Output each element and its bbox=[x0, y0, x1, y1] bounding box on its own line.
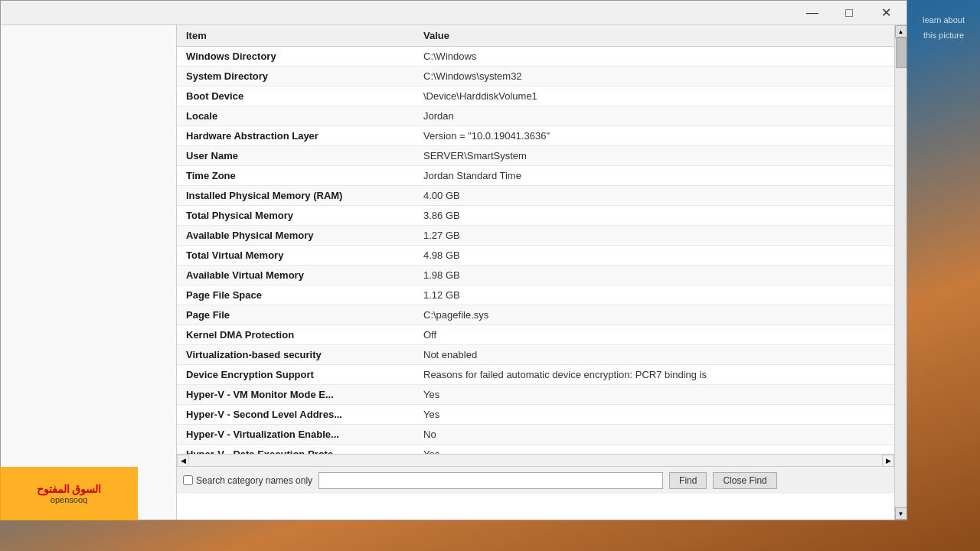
table-cell-item: User Name bbox=[177, 146, 414, 166]
main-scrollbar[interactable]: ▲ ▼ bbox=[894, 25, 906, 520]
table-cell-value: SERVER\SmartSystem bbox=[414, 146, 894, 166]
title-bar: — □ ✕ bbox=[1, 1, 906, 25]
table-cell-value: Reasons for failed automatic device encr… bbox=[414, 365, 894, 385]
scroll-down-button[interactable]: ▼ bbox=[895, 507, 907, 520]
table-cell-value: Off bbox=[414, 325, 894, 345]
scroll-right-arrow[interactable]: ▶ bbox=[882, 455, 894, 467]
table-row: Available Virtual Memory1.98 GB bbox=[177, 266, 894, 285]
main-content: Item Value Windows DirectoryC:\WindowsSy… bbox=[177, 25, 894, 520]
table-cell-item: Hardware Abstraction Layer bbox=[177, 126, 414, 146]
watermark-arabic: السوق المفتوح bbox=[37, 483, 102, 495]
close-button[interactable]: ✕ bbox=[868, 4, 903, 22]
table-body: Windows DirectoryC:\WindowsSystem Direct… bbox=[177, 47, 894, 455]
table-row: Hyper-V - VM Monitor Mode E...Yes bbox=[177, 385, 894, 405]
table-cell-value: Yes bbox=[414, 445, 894, 455]
table-cell-item: System Directory bbox=[177, 67, 414, 86]
scroll-left-arrow[interactable]: ◀ bbox=[177, 455, 189, 467]
table-cell-item: Time Zone bbox=[177, 166, 414, 186]
table-row: Hyper-V - Virtualization Enable...No bbox=[177, 425, 894, 445]
title-bar-buttons: — □ ✕ bbox=[795, 4, 903, 22]
table-row: Installed Physical Memory (RAM)4.00 GB bbox=[177, 186, 894, 206]
watermark: السوق المفتوح opensooq bbox=[0, 467, 138, 520]
table-row: Hyper-V - Second Level Addres...Yes bbox=[177, 405, 894, 425]
maximize-button[interactable]: □ bbox=[831, 4, 867, 22]
table-row: Hardware Abstraction LayerVersion = "10.… bbox=[177, 126, 894, 146]
table-row: Total Virtual Memory4.98 GB bbox=[177, 246, 894, 266]
table-cell-item: Total Physical Memory bbox=[177, 206, 414, 226]
table-row: Page FileC:\pagefile.sys bbox=[177, 305, 894, 325]
table-header-row: Item Value bbox=[177, 25, 894, 47]
table-cell-value: 4.98 GB bbox=[414, 246, 894, 266]
content-area: Item Value Windows DirectoryC:\WindowsSy… bbox=[1, 25, 906, 520]
close-find-button[interactable]: Close Find bbox=[713, 472, 776, 489]
table-cell-value: 1.12 GB bbox=[414, 285, 894, 305]
table-cell-item: Locale bbox=[177, 106, 414, 126]
table-row: Hyper-V - Data Execution Prote...Yes bbox=[177, 445, 894, 455]
table-row: Virtualization-based securityNot enabled bbox=[177, 345, 894, 365]
table-cell-value: 4.00 GB bbox=[414, 186, 894, 206]
table-row: LocaleJordan bbox=[177, 106, 894, 126]
table-cell-value: 3.86 GB bbox=[414, 206, 894, 226]
table-row: Time ZoneJordan Standard Time bbox=[177, 166, 894, 186]
table-cell-value: Yes bbox=[414, 405, 894, 425]
watermark-english: opensooq bbox=[51, 495, 87, 504]
table-row: Available Physical Memory1.27 GB bbox=[177, 226, 894, 246]
hscroll-track[interactable] bbox=[189, 455, 882, 466]
table-row: User NameSERVER\SmartSystem bbox=[177, 146, 894, 166]
desktop-text-line2: this picture bbox=[923, 31, 964, 40]
left-panel bbox=[1, 25, 177, 520]
table-cell-item: Page File bbox=[177, 305, 414, 325]
table-cell-value: C:\pagefile.sys bbox=[414, 305, 894, 325]
table-row: Kernel DMA ProtectionOff bbox=[177, 325, 894, 345]
table-row: Device Encryption SupportReasons for fai… bbox=[177, 365, 894, 385]
table-cell-value: 1.98 GB bbox=[414, 266, 894, 285]
table-cell-item: Boot Device bbox=[177, 86, 414, 106]
checkbox-label-text: Search category names only bbox=[196, 475, 312, 486]
minimize-button[interactable]: — bbox=[795, 4, 830, 22]
table-cell-item: Total Virtual Memory bbox=[177, 246, 414, 266]
scroll-thumb-area[interactable] bbox=[895, 37, 906, 507]
table-cell-item: Hyper-V - VM Monitor Mode E... bbox=[177, 385, 414, 405]
table-cell-item: Windows Directory bbox=[177, 47, 414, 67]
table-row: Windows DirectoryC:\Windows bbox=[177, 47, 894, 67]
table-cell-value: Not enabled bbox=[414, 345, 894, 365]
table-row: Page File Space1.12 GB bbox=[177, 285, 894, 305]
column-header-item: Item bbox=[177, 25, 414, 47]
main-window: — □ ✕ Item Value Windows DirectoryC:\Wi bbox=[0, 0, 907, 520]
scroll-thumb bbox=[896, 37, 906, 68]
bottom-bar: Search category names only Find Close Fi… bbox=[177, 466, 894, 494]
table-cell-item: Virtualization-based security bbox=[177, 345, 414, 365]
system-info-table: Item Value Windows DirectoryC:\WindowsSy… bbox=[177, 25, 894, 454]
table-row: System DirectoryC:\Windows\system32 bbox=[177, 67, 894, 86]
table-cell-item: Device Encryption Support bbox=[177, 365, 414, 385]
checkbox-container[interactable]: Search category names only bbox=[183, 475, 312, 486]
table-cell-value: 1.27 GB bbox=[414, 226, 894, 246]
table-cell-item: Kernel DMA Protection bbox=[177, 325, 414, 345]
table-row: Boot Device\Device\HarddiskVolume1 bbox=[177, 86, 894, 106]
table-cell-item: Hyper-V - Data Execution Prote... bbox=[177, 445, 414, 455]
scroll-up-button[interactable]: ▲ bbox=[895, 25, 907, 37]
table-cell-value: Yes bbox=[414, 385, 894, 405]
table-scroll-wrapper[interactable]: Item Value Windows DirectoryC:\WindowsSy… bbox=[177, 25, 894, 454]
table-cell-value: Version = "10.0.19041.3636" bbox=[414, 126, 894, 146]
table-cell-value: Jordan Standard Time bbox=[414, 166, 894, 186]
table-cell-value: C:\Windows bbox=[414, 47, 894, 67]
table-cell-item: Available Virtual Memory bbox=[177, 266, 414, 285]
horizontal-scrollbar[interactable]: ◀ ▶ bbox=[177, 454, 894, 466]
table-row: Total Physical Memory3.86 GB bbox=[177, 206, 894, 226]
table-cell-value: Jordan bbox=[414, 106, 894, 126]
table-cell-value: No bbox=[414, 425, 894, 445]
desktop-right-panel: learn about this picture bbox=[907, 0, 980, 551]
table-cell-item: Hyper-V - Virtualization Enable... bbox=[177, 425, 414, 445]
table-cell-value: \Device\HarddiskVolume1 bbox=[414, 86, 894, 106]
desktop-text-line1: learn about bbox=[923, 15, 965, 24]
table-cell-item: Installed Physical Memory (RAM) bbox=[177, 186, 414, 206]
column-header-value: Value bbox=[414, 25, 894, 47]
table-cell-item: Available Physical Memory bbox=[177, 226, 414, 246]
search-category-checkbox[interactable] bbox=[183, 475, 193, 485]
find-button[interactable]: Find bbox=[669, 472, 707, 489]
table-cell-item: Hyper-V - Second Level Addres... bbox=[177, 405, 414, 425]
search-input[interactable] bbox=[318, 472, 663, 489]
table-cell-item: Page File Space bbox=[177, 285, 414, 305]
table-cell-value: C:\Windows\system32 bbox=[414, 67, 894, 86]
